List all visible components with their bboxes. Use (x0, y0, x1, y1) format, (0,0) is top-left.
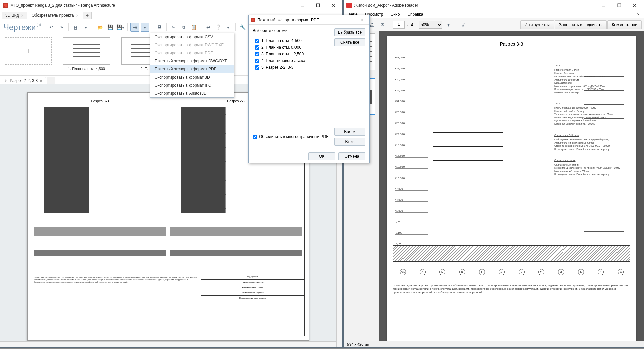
drawing-checkbox[interactable] (255, 65, 259, 70)
page-number-input[interactable] (393, 21, 405, 29)
drawing-checkbox-row[interactable]: 2. План на отм. 0,000 (255, 44, 329, 51)
drawing-checkbox-row[interactable]: 4. План типового этажа (255, 57, 329, 64)
document-close-icon[interactable]: × (634, 12, 642, 17)
adobe-reader-window: Жилой дом_АР.pdf - Adobe Reader ание Про… (343, 0, 644, 348)
legend-line: Монолитный железобетон по проекту "Alum … (554, 166, 622, 169)
legend-block: Тип 2Плиты тротуарные 500x500мм – 60ммЦе… (554, 102, 622, 126)
export-menu-item: Экспортировать в формат PDF (150, 49, 234, 57)
help-drop-icon[interactable]: ▾ (224, 23, 233, 32)
merge-label: Объединить в многостраничный PDF (259, 134, 329, 139)
tab-label: Обозреватель проекта (32, 13, 74, 18)
add-tab-button[interactable]: + (83, 12, 92, 19)
copy-icon[interactable]: ⧉ (179, 23, 188, 32)
thumb-caption: 1. План на отм -4,500 (68, 67, 105, 71)
close-icon[interactable]: × (40, 78, 42, 83)
export-menu-item[interactable]: Пакетный экспорт в формат DWG/DXF (150, 57, 234, 65)
save-icon[interactable]: 💾 (106, 23, 115, 32)
chevron-down-icon[interactable]: ▾ (82, 23, 90, 32)
maximize-button[interactable] (310, 0, 326, 10)
maximize-button[interactable] (611, 0, 627, 10)
axis-label: Л (598, 269, 604, 275)
move-up-button[interactable]: Вверх (334, 128, 365, 136)
legend-line: Облицовочный кирпич (554, 163, 622, 166)
close-button[interactable] (326, 0, 341, 10)
export-icon[interactable]: ⇥ (130, 23, 139, 32)
close-button[interactable] (627, 0, 642, 10)
saveas-icon[interactable]: 💾▾ (116, 23, 125, 32)
drawing-thumb[interactable]: 1. План на отм -4,500 (61, 37, 112, 71)
settings-icon[interactable]: 🔧 (238, 23, 247, 32)
export-menu-item[interactable]: Пакетный экспорт в формат PDF (150, 65, 234, 73)
merge-checkbox[interactable] (253, 135, 257, 139)
reader-titlebar: Жилой дом_АР.pdf - Adobe Reader (344, 0, 644, 10)
horizontal-scrollbar[interactable] (0, 341, 342, 347)
tab-project-browser[interactable]: Обозреватель проекта × (28, 12, 82, 19)
page-size: 594 x 420 мм (347, 342, 370, 346)
read-mode-icon[interactable]: ⤢ (459, 20, 468, 30)
drawing-checkbox-row[interactable]: 1. План на отм -4,500 (255, 37, 329, 44)
dialog-close-button[interactable]: × (357, 17, 367, 23)
tb-cell: Наименование организации (201, 296, 304, 301)
document-viewport[interactable]: Разрез 3-3 +41,500+38,500+36,500+34,500+… (379, 31, 644, 341)
tab-3d-view[interactable]: 3D Вид × (2, 12, 27, 19)
add-drawing-button[interactable]: + (3, 37, 53, 65)
elevation-label: +31,500 (395, 100, 428, 103)
cancel-button[interactable]: Отмена (338, 152, 365, 160)
ok-button[interactable]: ОК (308, 152, 335, 160)
legend-line: Утеплитель минераловатные плиты (554, 141, 622, 144)
close-icon[interactable]: × (21, 13, 23, 18)
drawing-checkbox[interactable] (255, 39, 259, 43)
merge-checkbox-row[interactable]: Объединить в многостраничный PDF (253, 134, 331, 139)
export-menu-item[interactable]: Экспортировать в формат IFC (150, 81, 234, 89)
open-icon[interactable]: 📂 (96, 23, 105, 32)
help-icon[interactable]: ❔ (214, 23, 223, 32)
zoom-select[interactable]: 50% (419, 21, 442, 29)
menu-item[interactable]: Окно (387, 11, 404, 18)
drawing-checkbox-row[interactable]: 5. Разрез 2-2, 3-3 (255, 64, 329, 71)
legend-line: Цементный слой по бетону (554, 110, 622, 113)
legend-line: Плиты тротуарные 500x500мм – 60мм (554, 106, 622, 109)
menu-item[interactable]: Справка (404, 11, 426, 18)
export-drop-icon[interactable]: ▾ (141, 23, 149, 32)
redo-icon[interactable]: ↷ (57, 23, 66, 32)
add-tab-button[interactable]: + (47, 77, 55, 84)
tb-cell: Наименование проекта (201, 280, 304, 285)
subtab-section[interactable]: 5. Разрез 2-2, 3-3 × (2, 77, 46, 84)
section-title: Разрез 3-3 (34, 99, 166, 103)
move-down-button[interactable]: Вниз (334, 138, 365, 146)
drawing-checkbox[interactable] (255, 59, 259, 63)
new-icon[interactable]: ▦ (71, 23, 80, 32)
zoom-tool-icon[interactable]: ▾ (444, 20, 453, 30)
drawing-checkbox-row[interactable]: 3. План на отм. +2,500 (255, 51, 329, 57)
export-menu-item[interactable]: Экспортировать в формат 3D (150, 73, 234, 81)
tools-button[interactable]: Инструменты (520, 20, 554, 29)
drawing-checkbox[interactable] (255, 45, 259, 50)
batch-export-dialog: Пакетный экспорт в формат PDF × Выберите… (248, 15, 370, 163)
svg-rect-1 (316, 4, 319, 7)
mail-icon[interactable]: ✉ (378, 20, 387, 30)
elevation-label: +19,500 (395, 144, 428, 147)
cut-icon[interactable]: ✂ (169, 23, 178, 32)
fill-sign-button[interactable]: Заполнить и подписать (555, 20, 607, 29)
legend-line: Гидроизоляция 2 слоя (554, 68, 622, 71)
deselect-all-button[interactable]: Снять все (334, 38, 365, 46)
legend-line: Цемент. Бетонная (554, 72, 622, 75)
comments-button[interactable]: Комментарии (607, 20, 642, 29)
select-all-button[interactable]: Выбрать все (334, 28, 365, 36)
drawing-checkbox[interactable] (255, 52, 259, 56)
minimize-button[interactable] (295, 0, 310, 10)
axis-label: Г (479, 269, 485, 275)
close-icon[interactable]: × (76, 13, 78, 18)
axis-label: Б (439, 269, 445, 275)
legend-line: Утеплитель пенополистирол стяжка с клаcс… (554, 113, 622, 116)
paste-icon[interactable]: 📋 (190, 23, 198, 32)
export-menu-item[interactable]: Экспортировать в Aristos3D (150, 89, 234, 97)
separator (390, 21, 390, 29)
print-icon[interactable]: 🖶 (155, 23, 164, 32)
export-menu-item[interactable]: Экспортировать в формат CSV (150, 33, 234, 41)
renga-title: МГЭ_проект Renga 3_2 для статьи* - Renga… (10, 3, 295, 8)
undo-icon[interactable]: ↶ (47, 23, 56, 32)
minimize-button[interactable] (596, 0, 611, 10)
back-icon[interactable]: ↩ (204, 23, 213, 32)
reader-statusbar: 594 x 420 мм (344, 341, 644, 347)
